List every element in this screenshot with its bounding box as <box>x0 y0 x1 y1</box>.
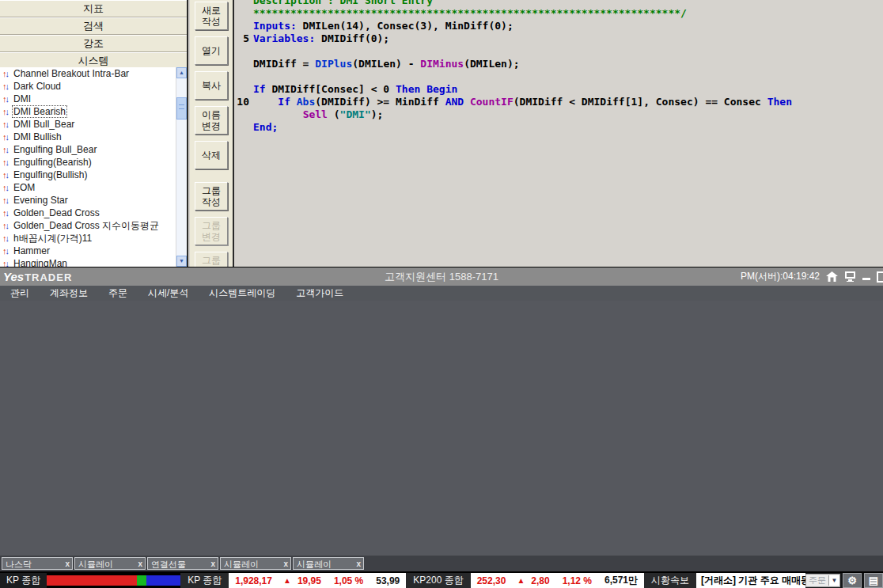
menu-item-시세/분석[interactable]: 시세/분석 <box>138 286 199 301</box>
code-line: If DMIDiff[Consec] < 0 Then Begin <box>236 83 883 96</box>
index2-extra: 6,571만 <box>598 574 644 587</box>
market-heat-bar <box>47 573 180 588</box>
tab-close-icon[interactable]: x <box>65 558 70 571</box>
scroll-thumb[interactable] <box>176 97 187 119</box>
tab-label: 시뮬레이 <box>78 560 113 569</box>
list-item[interactable]: ↑↓DMI Bearish <box>0 105 176 118</box>
scroll-up-button[interactable]: ▲ <box>176 67 187 78</box>
list-item-label: DMI Bull_Bear <box>12 118 76 131</box>
line-number <box>236 45 252 58</box>
up-triangle-icon: ▲ <box>512 576 525 585</box>
action-button[interactable]: 열기 <box>195 36 228 65</box>
list-item[interactable]: ↑↓DMI <box>0 93 176 105</box>
up-down-arrows-icon: ↑↓ <box>2 170 8 180</box>
code-line: Description : DMI Short Entry <box>236 0 883 7</box>
code-line: Sell ("DMI"); <box>236 108 883 121</box>
up-down-arrows-icon: ↑↓ <box>2 69 8 78</box>
list-item[interactable]: ↑↓EOM <box>0 181 176 194</box>
list-item[interactable]: ↑↓DMI Bull_Bear <box>0 118 176 131</box>
code-text: Inputs: DMILen(14), Consec(3), MinDiff(0… <box>252 20 514 32</box>
list-item[interactable]: ↑↓DMI Bullish <box>0 131 176 143</box>
action-button: 그룹 변경 <box>195 217 228 245</box>
scroll-down-button[interactable]: ▼ <box>176 256 187 267</box>
menu-item-관리[interactable]: 관리 <box>0 286 40 301</box>
line-number <box>236 58 252 70</box>
line-number <box>236 0 252 7</box>
up-down-arrows-icon: ↑↓ <box>2 259 8 267</box>
list-item[interactable]: ↑↓Hammer <box>0 245 176 257</box>
tab-close-icon[interactable]: x <box>283 558 288 571</box>
gear-icon: ⚙ <box>847 575 857 586</box>
settings-button[interactable]: ⚙ <box>843 573 862 588</box>
code-line: End; <box>236 121 883 134</box>
up-down-arrows-icon: ↑↓ <box>2 94 8 104</box>
line-number <box>236 20 252 32</box>
minimize-button[interactable] <box>862 278 870 280</box>
up-down-arrows-icon: ↑↓ <box>2 119 8 129</box>
up-down-arrows-icon: ↑↓ <box>2 246 8 256</box>
list-icon: ▤ <box>869 575 878 586</box>
maximize-button[interactable] <box>877 271 883 283</box>
tab-close-icon[interactable]: x <box>138 558 142 571</box>
list-item[interactable]: ↑↓Engulfing(Bearish) <box>0 156 176 169</box>
line-number <box>236 70 252 83</box>
up-down-arrows-icon: ↑↓ <box>2 145 8 154</box>
code-line <box>236 45 883 58</box>
action-button: 그룹 삭제 <box>195 252 228 267</box>
menu-item-시스템트레이딩[interactable]: 시스템트레이딩 <box>199 286 286 301</box>
server-time: PM(서버):04:19:42 <box>741 270 820 283</box>
list-item[interactable]: ↑↓h배꼽시계(가격)11 <box>0 232 176 245</box>
list-item[interactable]: ↑↓Channel Breakout Intra-Bar <box>0 67 176 80</box>
code-text: Description : DMI Short Entry <box>252 0 433 7</box>
main-titlebar: YesTRADER 고객지원센터 1588-7171 PM(서버):04:19:… <box>0 267 883 286</box>
home-icon[interactable] <box>826 271 838 282</box>
menu-item-계좌정보[interactable]: 계좌정보 <box>40 286 98 301</box>
index1-badge: KP 종합 <box>180 573 229 588</box>
panel-header-지표[interactable]: 지표 <box>0 0 187 17</box>
action-button[interactable]: 복사 <box>195 71 228 100</box>
monitor-icon[interactable] <box>844 271 856 282</box>
panel-header-검색[interactable]: 검색 <box>0 17 187 35</box>
code-editor[interactable]: Description : DMI Short Entry***********… <box>236 0 883 267</box>
code-text: Sell ("DMI"); <box>252 108 383 121</box>
news-ticker[interactable]: [거래소] 기관 주요 매매동향 <box>696 573 805 588</box>
chart-tab[interactable]: 연결선물x <box>147 557 218 570</box>
menu-item-고객가이드[interactable]: 고객가이드 <box>286 286 354 301</box>
chart-tab[interactable]: 시뮬레이x <box>74 557 146 570</box>
menu-item-주문[interactable]: 주문 <box>98 286 138 301</box>
list-item[interactable]: ↑↓Dark Cloud <box>0 80 176 93</box>
tab-close-icon[interactable]: x <box>210 558 215 571</box>
action-button[interactable]: 이름 변경 <box>195 106 228 135</box>
tab-label: 시뮬레이 <box>224 560 259 569</box>
tab-close-icon[interactable]: x <box>356 558 361 571</box>
system-list: ↑↓Channel Breakout Intra-Bar↑↓Dark Cloud… <box>0 67 176 267</box>
line-number <box>236 108 252 121</box>
list-item-label: Evening Star <box>12 194 70 207</box>
list-item[interactable]: ↑↓Golden_Dead Cross <box>0 207 176 219</box>
list-item-label: DMI Bullish <box>12 131 63 143</box>
action-button[interactable]: 그룹 작성 <box>195 182 228 211</box>
log-button[interactable]: ▤ <box>864 573 883 588</box>
chevron-down-icon[interactable]: ▼ <box>828 575 839 586</box>
panel-header-강조[interactable]: 강조 <box>0 35 187 52</box>
action-button[interactable]: 삭제 <box>195 141 228 169</box>
list-item[interactable]: ↑↓HangingMan <box>0 257 176 267</box>
chart-tab[interactable]: 시뮬레이x <box>293 557 364 570</box>
list-scrollbar[interactable]: ▲ ▼ <box>176 67 187 267</box>
action-button[interactable]: 새로 작성 <box>195 2 228 30</box>
up-down-arrows-icon: ↑↓ <box>2 208 8 218</box>
index1-values: 1,928,17 ▲ 19,95 1,05 % 53,99 <box>229 573 406 588</box>
up-down-arrows-icon: ↑↓ <box>2 183 8 192</box>
list-item[interactable]: ↑↓Evening Star <box>0 194 176 207</box>
chart-tab[interactable]: 시뮬레이x <box>220 557 291 570</box>
list-item[interactable]: ↑↓Engulfing Bull_Bear <box>0 143 176 156</box>
chart-tab[interactable]: 나스닥x <box>2 557 73 570</box>
index2-values: 252,30 ▲ 2,80 1,12 % 6,571만 <box>471 573 644 588</box>
line-number <box>236 83 252 96</box>
order-combobox[interactable]: 주문 ▼ <box>805 574 840 587</box>
list-item[interactable]: ↑↓Engulfing(Bullish) <box>0 169 176 181</box>
code-line: 5Variables: DMIDiff(0); <box>236 32 883 45</box>
list-item[interactable]: ↑↓Golden_Dead Cross 지수이동평균 <box>0 219 176 232</box>
statusbar: KP 종합 KP 종합 1,928,17 ▲ 19,95 1,05 % 53,9… <box>0 573 883 588</box>
heat-bar-red <box>47 575 137 586</box>
